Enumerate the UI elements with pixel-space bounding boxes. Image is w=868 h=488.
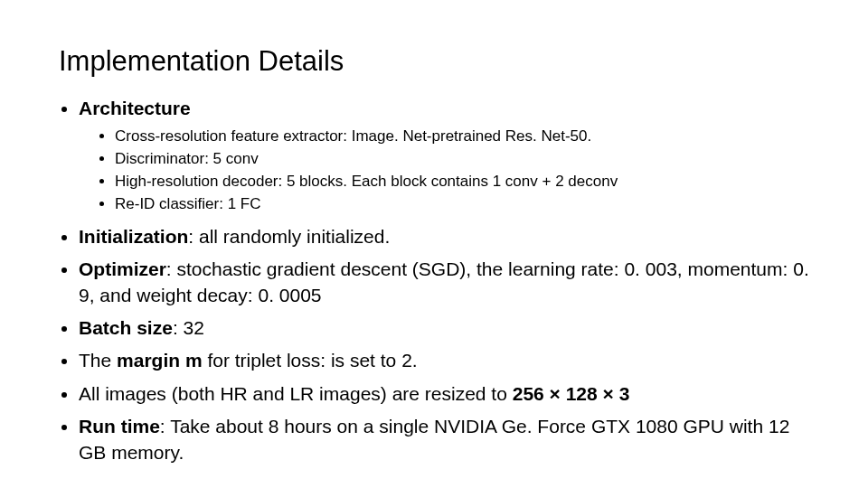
arch-item: Discriminator: 5 conv (115, 149, 809, 170)
arch-item: Cross-resolution feature extractor: Imag… (115, 127, 809, 147)
init-label: Initialization (79, 226, 188, 247)
slide-title: Implementation Details (59, 45, 809, 78)
opt-rest: : stochastic gradient descent (SGD), the… (79, 258, 809, 305)
bullet-runtime: Run time: Take about 8 hours on a single… (79, 414, 809, 465)
slide: Implementation Details Architecture Cros… (0, 0, 868, 488)
bullet-list: Architecture Cross-resolution feature ex… (59, 96, 809, 465)
runtime-label: Run time (79, 416, 160, 436)
bullet-resize: All images (both HR and LR images) are r… (79, 381, 809, 407)
init-rest: : all randomly initialized. (188, 226, 390, 247)
bullet-margin: The margin m for triplet loss: is set to… (79, 348, 809, 373)
runtime-rest: : Take about 8 hours on a single NVIDIA … (79, 416, 789, 462)
bullet-architecture: Architecture Cross-resolution feature ex… (79, 96, 809, 215)
margin-pre: The (79, 350, 117, 371)
architecture-sublist: Cross-resolution feature extractor: Imag… (79, 127, 809, 215)
arch-item: Re-ID classifier: 1 FC (115, 194, 809, 215)
opt-label: Optimizer (79, 258, 166, 279)
margin-rest: for triplet loss: is set to 2. (203, 350, 418, 371)
batch-rest: : 32 (173, 317, 204, 338)
batch-label: Batch size (79, 317, 173, 338)
architecture-heading: Architecture (79, 98, 191, 118)
resize-pre: All images (both HR and LR images) are r… (79, 383, 513, 404)
arch-item: High-resolution decoder: 5 blocks. Each … (115, 172, 809, 192)
margin-label: margin m (117, 350, 203, 371)
bullet-optimizer: Optimizer: stochastic gradient descent (… (79, 257, 809, 308)
bullet-batch-size: Batch size: 32 (79, 315, 809, 341)
resize-label: 256 × 128 × 3 (513, 383, 630, 404)
bullet-initialization: Initialization: all randomly initialized… (79, 224, 809, 249)
